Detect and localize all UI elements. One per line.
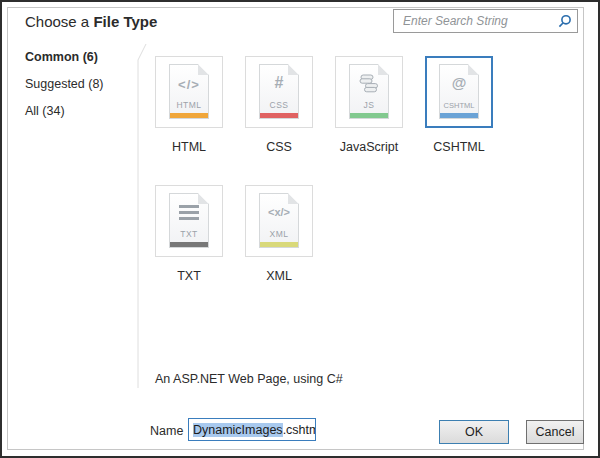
tile-label-cshtml: CSHTML [424, 140, 494, 154]
file-type-description: An ASP.NET Web Page, using C# [155, 372, 343, 386]
ok-button[interactable]: OK [439, 420, 509, 444]
cshtml-symbol: @ [440, 74, 478, 91]
page-title: Choose a File Type [25, 13, 157, 30]
sidebar-item-suggested[interactable]: Suggested (8) [25, 77, 104, 91]
page-title-prefix: Choose a [25, 13, 93, 30]
tile-label-txt: TXT [154, 269, 224, 283]
html-file-icon: </> HTML [169, 64, 209, 119]
search-box[interactable] [393, 9, 578, 33]
html-symbol: </> [170, 77, 208, 92]
name-label: Name [150, 424, 183, 438]
tile-xml[interactable]: <x/> XML [245, 185, 313, 257]
tile-cshtml-selected[interactable]: @ CSHTML [425, 56, 493, 128]
icon-type-text: CSHTML [440, 101, 478, 110]
tile-label-html: HTML [154, 140, 224, 154]
tile-label-xml: XML [244, 269, 314, 283]
search-input[interactable] [401, 13, 556, 29]
css-color-bar [260, 113, 298, 118]
css-file-icon: # CSS [259, 64, 299, 119]
icon-type-text: CSS [260, 100, 298, 110]
tile-javascript[interactable]: JS [335, 56, 403, 128]
js-file-icon: JS [349, 64, 389, 119]
sidebar-item-all[interactable]: All (34) [25, 104, 65, 118]
choose-file-type-dialog: Choose a File Type Common (6) Suggested … [0, 0, 600, 458]
css-symbol: # [260, 74, 298, 92]
tile-label-javascript: JavaScript [334, 140, 404, 154]
xml-symbol: <x/> [260, 206, 298, 218]
tile-txt[interactable]: TXT [155, 185, 223, 257]
xml-file-icon: <x/> XML [259, 193, 299, 248]
cshtml-color-bar [440, 113, 478, 118]
icon-type-text: JS [350, 100, 388, 110]
icon-type-text: XML [260, 229, 298, 239]
html-color-bar [170, 113, 208, 118]
name-value-selected-text: DynamicImages [193, 423, 283, 437]
text-lines-icon [170, 205, 208, 223]
name-input[interactable]: DynamicImages.cshtml [188, 418, 316, 441]
tile-html[interactable]: </> HTML [155, 56, 223, 128]
js-scroll-icon [350, 74, 388, 98]
page-title-bold: File Type [93, 13, 157, 30]
xml-color-bar [260, 242, 298, 247]
icon-type-text: HTML [170, 100, 208, 110]
cshtml-file-icon: @ CSHTML [439, 64, 479, 119]
js-color-bar [350, 113, 388, 118]
tile-label-css: CSS [244, 140, 314, 154]
sidebar-item-common[interactable]: Common (6) [25, 50, 98, 64]
txt-color-bar [170, 242, 208, 247]
cancel-button[interactable]: Cancel [526, 420, 584, 444]
txt-file-icon: TXT [169, 193, 209, 248]
tile-css[interactable]: # CSS [245, 56, 313, 128]
search-icon[interactable] [556, 13, 573, 30]
name-value-extension: .cshtml [283, 423, 316, 437]
icon-type-text: TXT [170, 229, 208, 239]
